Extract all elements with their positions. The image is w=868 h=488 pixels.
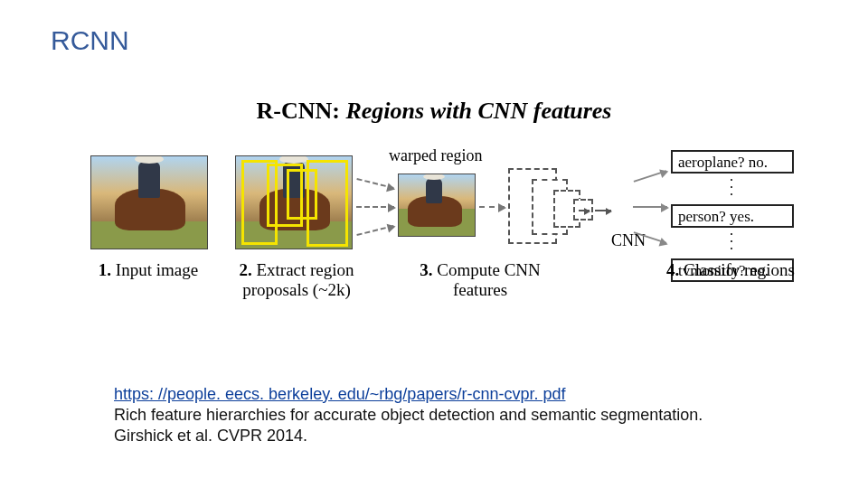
vertical-dots-icon: ··· — [671, 177, 794, 199]
step-caption: 3. Compute CNN features — [394, 260, 566, 300]
arrow-icon — [356, 225, 393, 236]
paper-link[interactable]: https: //people. eecs. berkeley. edu/~rb… — [114, 385, 565, 403]
step-caption: 1. Input image — [85, 260, 212, 280]
arrow-icon — [634, 170, 667, 183]
region-box — [307, 160, 348, 247]
class-result: aeroplane? no. — [671, 150, 794, 174]
warped-crop-thumb — [398, 174, 476, 237]
class-result: person? yes. — [671, 204, 794, 228]
step-caption: 4. Classify regions — [658, 260, 803, 280]
citation-footer: https: //people. eecs. berkeley. edu/~rb… — [114, 384, 703, 446]
region-proposals-thumb — [235, 155, 353, 249]
vertical-dots-icon: ··· — [671, 231, 794, 253]
warped-region-label: warped region — [389, 146, 482, 165]
arrow-icon — [479, 206, 505, 208]
figure-title-bold: R-CNN: — [257, 98, 340, 124]
input-image-thumb — [90, 155, 208, 249]
step-caption: 2. Extract region proposals (~2k) — [217, 260, 376, 300]
paper-authors: Girshick et al. CVPR 2014. — [114, 427, 307, 445]
arrow-icon — [356, 206, 394, 208]
figure-title: R-CNN: Regions with CNN features — [0, 98, 868, 125]
arrow-icon — [356, 178, 393, 189]
slide-title: RCNN — [51, 25, 129, 56]
paper-title: Rich feature hierarchies for accurate ob… — [114, 406, 703, 424]
arrow-icon — [633, 206, 667, 208]
figure-title-italic: Regions with CNN features — [345, 98, 611, 124]
